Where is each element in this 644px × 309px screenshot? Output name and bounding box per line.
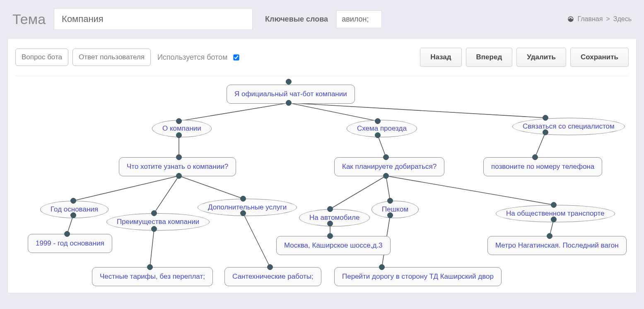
port[interactable]: [383, 173, 389, 179]
port[interactable]: [387, 198, 393, 204]
port[interactable]: [176, 118, 182, 124]
forward-button[interactable]: Вперед: [466, 48, 513, 67]
port[interactable]: [286, 79, 292, 85]
svg-line-13: [150, 229, 154, 267]
node-car-a[interactable]: Москва, Каширское шоссе,д.3: [276, 236, 391, 255]
node-bycar[interactable]: На автомобиле: [299, 209, 370, 226]
port[interactable]: [543, 129, 548, 135]
tema-label: Тема: [12, 11, 46, 27]
node-contact[interactable]: Связаться со специалистом: [512, 118, 625, 135]
port[interactable]: [327, 206, 333, 212]
port[interactable]: [176, 132, 182, 138]
node-adv-a[interactable]: Честные тарифы, без переплат;: [92, 267, 213, 286]
port[interactable]: [64, 231, 70, 237]
port[interactable]: [267, 264, 273, 270]
node-contact-a[interactable]: позвоните по номеру телефона: [483, 157, 602, 176]
svg-line-7: [154, 176, 179, 213]
port[interactable]: [147, 264, 153, 270]
back-button[interactable]: Назад: [420, 48, 461, 67]
svg-line-4: [378, 135, 386, 157]
svg-line-1: [289, 103, 378, 121]
port[interactable]: [286, 100, 292, 106]
keywords-label: Ключевые слова: [265, 15, 328, 24]
svg-line-0: [179, 103, 289, 121]
svg-line-11: [386, 176, 554, 205]
delete-button[interactable]: Удалить: [516, 48, 566, 67]
used-by-bot-checkbox[interactable]: [233, 54, 239, 60]
diagram-canvas[interactable]: Я официальный чат-бот компании О компани…: [15, 76, 629, 288]
port[interactable]: [375, 132, 381, 138]
port[interactable]: [543, 115, 548, 121]
port[interactable]: [151, 226, 157, 232]
port[interactable]: [551, 217, 557, 222]
node-route[interactable]: Схема проезда: [347, 120, 417, 137]
port[interactable]: [151, 210, 157, 216]
port[interactable]: [70, 212, 76, 218]
port[interactable]: [327, 233, 333, 239]
port[interactable]: [532, 154, 538, 160]
port[interactable]: [176, 154, 182, 160]
bot-question-button[interactable]: Вопрос бота: [15, 49, 68, 66]
breadcrumb-here: Здесь: [613, 15, 632, 23]
port[interactable]: [240, 210, 246, 216]
node-foot-a[interactable]: Перейти дорогу в сторону ТД Каширский дв…: [334, 267, 502, 286]
port[interactable]: [176, 173, 182, 179]
svg-line-10: [386, 176, 390, 201]
port[interactable]: [387, 212, 393, 218]
keywords-input[interactable]: [336, 10, 382, 28]
port[interactable]: [379, 264, 385, 270]
svg-line-6: [73, 176, 179, 201]
node-advantages[interactable]: Преимущества компании: [106, 213, 210, 231]
node-transit-a[interactable]: Метро Нагатинская. Последний вагон: [487, 236, 627, 255]
port[interactable]: [551, 202, 557, 208]
port[interactable]: [547, 233, 552, 239]
user-answer-button[interactable]: Ответ пользователя: [72, 49, 151, 66]
svg-line-14: [243, 213, 270, 267]
save-button[interactable]: Сохранить: [570, 48, 629, 67]
svg-line-8: [179, 176, 243, 199]
node-route-q[interactable]: Как планируете добираться?: [334, 157, 444, 176]
port[interactable]: [327, 221, 333, 226]
node-extra[interactable]: Дополнительные услуги: [198, 199, 297, 216]
tema-input[interactable]: [54, 8, 253, 30]
svg-line-2: [289, 103, 545, 118]
port[interactable]: [383, 154, 389, 160]
node-year-a[interactable]: 1999 - год основания: [28, 234, 112, 253]
breadcrumb: Главная > Здесь: [567, 15, 632, 23]
used-by-bot-label: Используется ботом: [157, 53, 228, 62]
breadcrumb-main[interactable]: Главная: [578, 15, 603, 23]
breadcrumb-sep: >: [606, 15, 610, 23]
node-onfoot[interactable]: Пешком: [371, 201, 419, 218]
svg-line-5: [535, 132, 545, 157]
port[interactable]: [240, 196, 246, 202]
node-extra-a[interactable]: Сантехнические работы;: [224, 267, 321, 286]
port[interactable]: [375, 118, 381, 124]
dashboard-icon: [567, 15, 574, 23]
port[interactable]: [70, 198, 76, 204]
